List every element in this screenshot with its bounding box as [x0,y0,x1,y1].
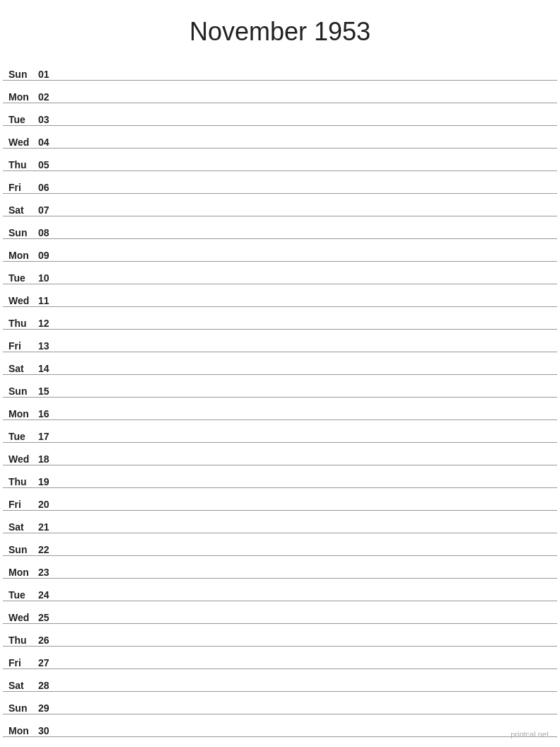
day-number: 10 [38,272,58,284]
day-line [58,102,552,103]
day-line [58,509,552,510]
day-row: Mon09 [3,239,557,262]
day-number: 08 [38,227,58,238]
day-row: Sat14 [3,352,557,375]
day-name: Wed [8,295,37,306]
day-row: Tue10 [3,262,557,284]
day-name: Sun [8,69,37,80]
day-line [58,600,552,601]
day-line [58,170,552,170]
day-name: Tue [8,114,37,125]
day-name: Wed [8,137,37,148]
day-line [58,645,552,646]
day-row: Thu05 [3,149,557,171]
day-line [58,79,552,80]
day-number: 03 [38,114,58,125]
day-line [58,374,552,374]
day-row: Tue17 [3,420,557,443]
day-name: Thu [8,318,37,329]
day-name: Sun [8,544,37,555]
day-line [58,147,552,148]
day-name: Mon [8,91,37,103]
day-number: 15 [38,386,58,397]
day-row: Sun22 [3,533,557,556]
day-line [58,668,552,668]
day-number: 13 [38,340,58,352]
day-name: Wed [8,453,37,465]
day-number: 14 [38,363,58,374]
day-name: Thu [8,635,37,646]
day-row: Sun15 [3,375,557,398]
day-row: Fri20 [3,488,557,511]
day-row: Sun08 [3,216,557,239]
day-line [58,690,552,691]
day-name: Fri [8,499,37,510]
day-row: Mon23 [3,556,557,579]
day-line [58,306,552,306]
day-number: 09 [38,250,58,261]
day-name: Thu [8,159,37,170]
day-line [58,713,552,714]
day-line [58,328,552,329]
day-line [58,441,552,442]
day-row: Wed25 [3,601,557,624]
day-line [58,396,552,397]
day-row: Wed04 [3,126,557,149]
day-name: Wed [8,612,37,623]
day-name: Thu [8,476,37,487]
day-name: Sat [8,680,37,691]
day-row: Wed11 [3,284,557,307]
day-line [58,124,552,125]
day-number: 12 [38,318,58,329]
day-number: 04 [38,137,58,148]
day-number: 01 [38,69,58,80]
day-name: Sun [8,702,37,714]
watermark: printcal.net [511,730,549,739]
day-row: Sun29 [3,692,557,714]
day-line [58,283,552,284]
day-line [58,577,552,578]
day-line [58,260,552,261]
day-row: Fri27 [3,647,557,669]
day-number: 25 [38,612,58,623]
day-row: Wed18 [3,443,557,465]
day-number: 02 [38,91,58,103]
day-number: 18 [38,453,58,465]
day-number: 30 [38,725,58,736]
day-number: 06 [38,182,58,193]
day-line [58,532,552,533]
day-line [58,487,552,487]
day-row: Sat28 [3,669,557,692]
day-name: Tue [8,272,37,284]
day-row: Thu19 [3,465,557,488]
day-name: Mon [8,250,37,261]
day-number: 27 [38,657,58,668]
day-name: Tue [8,431,37,442]
day-row: Thu12 [3,307,557,330]
page-title: November 1953 [0,0,560,58]
day-name: Sat [8,521,37,533]
day-row: Mon16 [3,398,557,420]
day-row: Fri13 [3,330,557,352]
day-number: 16 [38,408,58,419]
day-number: 20 [38,499,58,510]
day-row: Mon30 [3,714,557,737]
day-name: Sun [8,386,37,397]
day-name: Mon [8,567,37,578]
day-name: Mon [8,725,37,736]
day-number: 29 [38,702,58,714]
day-row: Sat07 [3,194,557,216]
day-line [58,622,552,623]
day-number: 21 [38,521,58,533]
day-row: Sat21 [3,511,557,533]
day-line [58,351,552,352]
day-number: 05 [38,159,58,170]
day-line [58,215,552,216]
day-name: Fri [8,182,37,193]
day-number: 17 [38,431,58,442]
day-row: Sun01 [3,58,557,81]
day-number: 22 [38,544,58,555]
day-number: 11 [38,295,58,306]
day-line [58,736,552,736]
day-number: 26 [38,635,58,646]
